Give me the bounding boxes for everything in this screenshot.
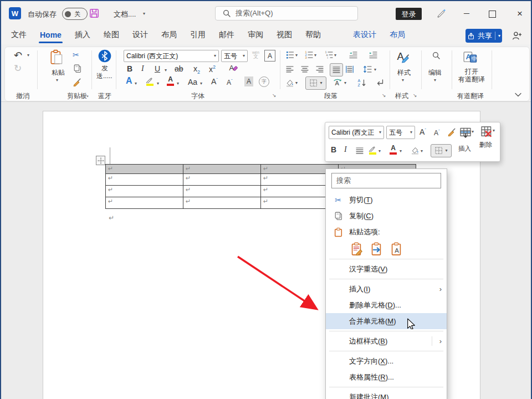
search-bar[interactable]: 搜索(Alt+Q) [215, 6, 358, 21]
youdao-line2[interactable]: 有道翻译 [458, 75, 485, 84]
table-cell[interactable]: ↵ [106, 174, 183, 186]
font-size-combo[interactable]: 五号▾ [221, 50, 248, 62]
character-shading-icon[interactable]: A [244, 76, 253, 86]
format-painter-icon[interactable] [73, 77, 82, 86]
styles-icon[interactable]: A [396, 50, 411, 63]
menu-item-新建批注[interactable]: 新建批注(M) [326, 389, 447, 399]
paste-text-only-icon[interactable]: A [389, 242, 403, 255]
mini-justify-icon[interactable] [355, 146, 364, 155]
mini-italic-button[interactable]: I [344, 145, 347, 154]
distribute-icon[interactable] [345, 65, 354, 74]
multilevel-list-icon[interactable]: 1ai [324, 50, 333, 59]
underline-dropdown-icon[interactable]: ▾ [165, 68, 167, 73]
styles-dropdown-icon[interactable]: ▾ [402, 78, 404, 83]
change-case-button[interactable]: Aa [188, 78, 197, 86]
menu-item-表格属性[interactable]: 表格属性(R)... [326, 369, 447, 385]
phonetic-guide-icon[interactable]: wén文 [252, 50, 259, 59]
font-color-icon[interactable]: A [167, 75, 174, 86]
paste-keep-source-icon[interactable] [349, 242, 364, 255]
redo-button[interactable]: ↻ [14, 63, 22, 74]
mini-borders-button[interactable]: ▾ [431, 144, 452, 157]
menu-search-input[interactable]: 搜索 [331, 173, 441, 188]
person-add-icon[interactable] [511, 30, 521, 40]
tab-帮助[interactable]: 帮助 [305, 30, 321, 40]
youdao-translate-icon[interactable]: A中 [463, 50, 477, 63]
mini-bold-button[interactable]: B [331, 145, 336, 154]
character-border-icon[interactable]: A [264, 50, 275, 62]
menu-item-插入[interactable]: 插入(I)› [326, 281, 447, 297]
save-icon[interactable] [89, 8, 100, 19]
increase-indent-icon[interactable] [369, 50, 377, 59]
mini-delete-table-icon[interactable] [480, 125, 493, 137]
menu-item-合并单元格[interactable]: 合并单元格(M) [326, 313, 447, 329]
cut-icon[interactable]: ✂ [73, 50, 79, 59]
clear-formatting-icon[interactable]: A [229, 63, 239, 72]
italic-button[interactable]: I [141, 64, 144, 73]
menu-item-汉字重选[interactable]: 汉字重选(V) [326, 261, 447, 277]
menu-item-边框样式[interactable]: 边框样式(B)› [326, 333, 447, 349]
paste-merge-icon[interactable] [369, 242, 383, 255]
superscript-button[interactable]: x2 [209, 64, 216, 74]
undo-dropdown-icon[interactable]: ▾ [27, 53, 29, 58]
mini-font-color-icon[interactable]: A [390, 144, 397, 155]
copy-icon[interactable] [73, 64, 82, 73]
tab-布局[interactable]: 布局 [161, 30, 177, 40]
decrease-indent-icon[interactable] [349, 50, 357, 59]
text-effects-dropdown-icon[interactable]: ▾ [135, 81, 137, 86]
share-button[interactable]: 共享 ▾ [466, 29, 502, 43]
share-dropdown-icon[interactable]: ▾ [498, 34, 500, 38]
editing-button-label[interactable]: 编辑 [428, 68, 442, 78]
bullets-dropdown-icon[interactable]: ▾ [295, 53, 298, 58]
strikethrough-button[interactable]: ab [175, 64, 183, 73]
undo-button[interactable]: ↶ [14, 49, 22, 62]
pen-icon[interactable] [437, 8, 447, 18]
close-button[interactable]: × [515, 9, 524, 18]
highlight-dropdown-icon[interactable]: ▾ [157, 81, 159, 86]
paste-button-label[interactable]: 粘贴 [52, 68, 65, 78]
shading-icon[interactable] [285, 78, 294, 87]
styles-dialog-launcher-icon[interactable]: ↘ [413, 93, 417, 98]
align-right-icon[interactable] [315, 65, 324, 74]
font-name-combo[interactable]: Calibri (西文正文)▾ [124, 50, 219, 62]
asian-layout-dropdown-icon[interactable]: ▾ [344, 81, 346, 85]
underline-button[interactable]: U [155, 64, 160, 73]
maximize-button[interactable] [489, 11, 496, 18]
bluetooth-icon[interactable] [98, 49, 111, 63]
tab-引用[interactable]: 引用 [190, 30, 206, 40]
bold-button[interactable]: B [127, 64, 132, 73]
mini-highlight-icon[interactable] [369, 145, 376, 155]
document-title[interactable]: 文档.... [114, 9, 136, 19]
font-dialog-launcher-icon[interactable]: ↘ [272, 93, 277, 98]
menu-item-粘贴选项:[interactable]: 粘贴选项: [326, 224, 447, 240]
multilevel-dropdown-icon[interactable]: ▾ [334, 53, 336, 58]
mini-format-painter-icon[interactable] [447, 127, 457, 136]
line-spacing-icon[interactable] [363, 65, 372, 74]
mini-shrink-font-button[interactable]: Aˇ [434, 129, 440, 137]
asian-layout-icon[interactable]: A [333, 78, 342, 87]
mini-insert-table-icon[interactable] [459, 126, 472, 139]
shading-dropdown-icon[interactable]: ▾ [295, 81, 298, 85]
signin-button[interactable]: 登录 [396, 8, 422, 20]
table-cell[interactable]: ↵ [106, 197, 183, 209]
align-left-icon[interactable] [285, 65, 294, 74]
mini-font-name-combo[interactable]: Calibri (西文正▾ [329, 126, 384, 139]
align-center-icon[interactable] [300, 65, 309, 74]
tab-绘图[interactable]: 绘图 [104, 30, 119, 40]
highlight-color-icon[interactable] [146, 76, 154, 86]
menu-item-删除单元格[interactable]: 删除单元格(D)... [326, 297, 447, 313]
table-cell[interactable]: ↵ [106, 186, 183, 197]
mini-font-color-dropdown-icon[interactable]: ▾ [400, 149, 402, 154]
borders-button[interactable]: ▾ [305, 76, 326, 90]
editing-icon[interactable] [432, 51, 441, 60]
bt-send-line2[interactable]: 送..... [96, 71, 112, 81]
tab-布局[interactable]: 布局 [390, 30, 405, 40]
tab-邮件[interactable]: 邮件 [219, 30, 234, 40]
table-cell[interactable]: ↵ [183, 174, 261, 186]
table-cell[interactable]: ↵ [106, 165, 183, 174]
mini-delete-label[interactable]: 删除 [479, 141, 492, 149]
tab-Home[interactable]: Home [40, 30, 62, 39]
tab-插入[interactable]: 插入 [75, 30, 90, 40]
minimize-button[interactable]: ─ [462, 9, 471, 18]
mini-delete-dropdown-icon[interactable]: ▾ [493, 129, 495, 133]
tab-设计[interactable]: 设计 [132, 30, 148, 40]
